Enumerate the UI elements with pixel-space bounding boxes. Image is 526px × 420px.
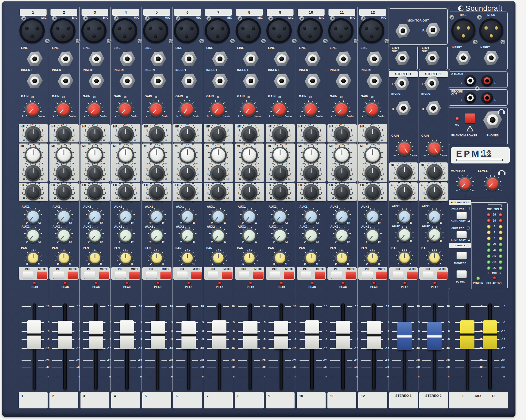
channel-fader-cap[interactable] [120,320,134,349]
channel-fader-cap[interactable] [243,321,257,349]
pfl-button[interactable] [270,272,280,279]
pfl-button[interactable] [53,272,64,279]
stereo-fader-cap[interactable] [427,322,442,350]
pfl-button[interactable] [115,272,126,279]
knob-tick [224,210,225,212]
knob-tick [402,249,403,251]
channel-fader-cap[interactable] [58,321,72,349]
mute-button[interactable] [346,272,356,279]
mute-button[interactable] [191,272,202,279]
knob-scale-label: 0 [88,241,89,243]
channel-fader-tick [254,306,260,307]
channel-fader-cap[interactable] [274,321,288,349]
knob-pointer [33,149,34,155]
knob-tick [224,229,225,231]
knob-tick [380,111,382,112]
knob-scale-label: 6 [166,129,167,131]
channel-fader-scale-label: 0 [79,330,80,333]
master-fader-r-cap[interactable] [483,320,497,349]
pfl-button[interactable] [208,272,218,279]
knob-scale-label: 9 [136,192,137,194]
channel-fader-cap[interactable] [27,320,41,349]
channel-fader-cap[interactable] [151,321,165,349]
stereo-fader-cap[interactable] [397,322,412,350]
stereo-mute-button[interactable] [437,272,448,279]
knob-scale-label: 6 [301,129,302,131]
gain-label: GAIN [175,95,183,98]
knob-scale-label: 3 [335,182,336,185]
pfl-button[interactable] [301,272,311,279]
pfl-button[interactable] [362,272,373,279]
channel-fader-cap[interactable] [336,321,350,349]
knob-scale-label: 15 [26,201,29,203]
mute-button[interactable] [222,272,232,279]
knob-scale-label: 9 [362,134,363,136]
pfl-button[interactable] [84,272,95,279]
mute-button[interactable] [99,272,109,279]
mute-button[interactable] [160,272,171,279]
stereo-mute-button[interactable] [407,272,418,279]
knob-scale-label: 3 [212,163,213,166]
aux1-pre-post-button[interactable] [457,212,467,219]
phantom-power-button[interactable] [465,114,475,123]
mute-button[interactable] [68,272,78,279]
mute-button[interactable] [253,272,264,279]
pfl-button[interactable] [239,272,249,279]
pfl-button[interactable] [177,272,188,279]
aux2-pre-post-button[interactable] [457,231,467,238]
channel-fader-cap[interactable] [89,321,103,349]
knob-tick [220,208,221,209]
scribble-number: 8 [237,394,240,398]
mute-button[interactable] [315,272,325,279]
knob-scale-label: 9 [22,192,23,194]
knob-tick [92,100,93,102]
mute-button[interactable] [129,272,140,279]
hf-label: HF [329,125,333,128]
knob-scale-label: 15 [285,201,287,203]
pfl-button[interactable] [23,272,33,279]
knob-scale-label: 60dB [101,115,107,118]
knob-scale-label: -0+ [279,162,282,164]
knob-tick [195,237,196,238]
knob-tick [287,214,289,215]
hf-label: HF [360,125,364,128]
stereo-pfl-button[interactable] [393,272,403,279]
two-track-tomix-button[interactable] [457,270,467,278]
knob-scale-label: 3 [27,163,28,166]
knob-scale-label: 9 [444,192,446,194]
knob-pointer [342,254,342,258]
channel-fader-tick [330,306,340,307]
knob-scale-label: 6 [115,129,117,131]
pfl-label: PFL [25,268,31,271]
pfl-label: PFL [118,268,123,271]
pfl-button[interactable] [331,272,342,279]
knob-tick [287,107,289,108]
channel-fader-cap[interactable] [305,320,319,349]
aux1-label: AUX1 [330,205,338,208]
channel-fader-cap[interactable] [181,321,196,349]
knob-scale-label: 15 [273,143,276,145]
peak-label: PEAK [123,286,131,289]
knob-scale-label: 6 [413,187,414,189]
master-fader-r-tick [477,360,487,361]
master-fader-l-cap[interactable] [460,320,474,349]
knob-tick [378,229,380,231]
aux-masters-title: AUX MASTERS [451,201,469,204]
knob-tick [313,227,314,228]
stereo-pfl-button[interactable] [423,272,433,279]
mute-button[interactable] [284,272,294,279]
mute-button[interactable] [37,272,47,279]
channel-fader-scale-label: 10 [324,305,327,308]
channel-fader-cap[interactable] [212,320,226,349]
pfl-button[interactable] [146,272,157,279]
stereo-fader-tick [392,377,401,377]
two-track-monitor-button[interactable] [457,252,467,259]
knob-scale-label: 9 [228,134,229,136]
knob-scale-label: -10 [393,155,396,157]
mute-label: MUTE [285,268,293,271]
mf-label: MF [237,145,241,147]
stereo-l-label: L [392,83,394,86]
pfl-label: PFL [210,268,216,271]
mute-button[interactable] [376,272,387,279]
channel-fader-cap[interactable] [367,321,381,349]
